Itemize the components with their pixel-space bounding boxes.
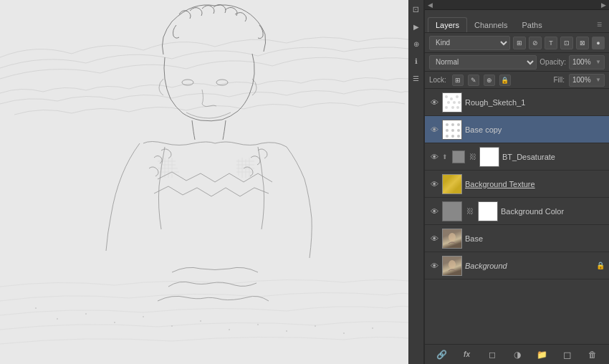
collapse-right-icon[interactable]: ▶ — [601, 1, 606, 9]
filter-icon-4[interactable]: ⊡ — [560, 37, 573, 49]
toolbar-icon-5[interactable]: ☰ — [410, 72, 423, 85]
add-style-btn[interactable]: fx — [460, 348, 474, 362]
new-layer-btn[interactable]: ◻ — [560, 348, 575, 362]
layer-thumb-base-copy — [442, 120, 462, 140]
svg-point-1 — [35, 307, 37, 309]
layer-thumb-base — [442, 229, 462, 249]
lock-image-btn[interactable]: ✎ — [468, 75, 479, 86]
svg-point-26 — [451, 123, 454, 126]
toolbar-icon-3[interactable]: ⊕ — [410, 37, 423, 50]
layers-list: 👁 Rough_Sketch_1 👁 — [425, 89, 609, 344]
svg-point-17 — [450, 97, 453, 100]
eye-icon-bt-desaturate[interactable]: 👁 — [429, 152, 439, 162]
layer-background[interactable]: 👁 Background 🔒 — [425, 252, 609, 279]
opacity-input[interactable]: 100% ▼ — [569, 55, 605, 70]
lock-transparency-btn[interactable]: ⊞ — [452, 75, 464, 86]
filter-toggle[interactable]: ● — [592, 37, 605, 49]
fill-chevron: ▼ — [595, 77, 601, 83]
layer-base-copy[interactable]: 👁 Base copy — [425, 116, 609, 143]
kind-select[interactable]: Kind Name Effect Mode Attribute — [429, 36, 510, 50]
panel-menu-icon[interactable]: ≡ — [593, 16, 606, 32]
layer-bt-desaturate[interactable]: 👁 ⬆ ⛓ BT_Desaturate — [425, 143, 609, 171]
new-group-btn[interactable]: 📁 — [535, 348, 550, 362]
svg-point-23 — [451, 106, 454, 109]
opacity-value: 100% — [572, 58, 591, 66]
svg-point-10 — [286, 330, 287, 332]
svg-point-8 — [229, 329, 230, 330]
opacity-chevron: ▼ — [595, 59, 601, 65]
lock-all-btn[interactable]: 🔒 — [499, 75, 511, 86]
chain-icon-bt: ⛓ — [469, 153, 476, 161]
layer-base[interactable]: 👁 Base — [425, 225, 609, 252]
layer-name-background-color: Background Color — [501, 207, 605, 216]
filter-icon-2[interactable]: ⊘ — [529, 37, 542, 49]
svg-point-35 — [449, 260, 456, 269]
eye-icon-background-color[interactable]: 👁 — [429, 206, 439, 216]
arrow-icon-bt: ⬆ — [442, 153, 448, 161]
tabs-row: Layers Channels Paths ≡ — [425, 10, 609, 33]
layer-name-bt-desaturate: BT_Desaturate — [502, 153, 605, 161]
svg-point-33 — [457, 135, 460, 138]
layer-thumb-rough-sketch — [442, 92, 462, 112]
filter-icon-5[interactable]: ⊠ — [576, 37, 589, 49]
collapse-left-icon[interactable]: ◀ — [428, 1, 433, 9]
toolbar-icon-2[interactable]: ▶ — [410, 20, 423, 33]
svg-point-22 — [445, 106, 448, 109]
panel-top-bar: ◀ ▶ — [425, 0, 609, 10]
svg-point-30 — [457, 129, 460, 132]
tab-paths[interactable]: Paths — [515, 18, 550, 32]
toolbar-icon-1[interactable]: ⚀ — [410, 3, 423, 16]
layer-name-background-texture: Background Texture — [465, 180, 605, 188]
tab-layers[interactable]: Layers — [428, 17, 467, 32]
eye-icon-base[interactable]: 👁 — [429, 234, 439, 244]
filter-icon-1[interactable]: ⊞ — [513, 37, 526, 49]
eye-icon-background[interactable]: 👁 — [429, 261, 439, 271]
layer-name-base-copy: Base copy — [465, 125, 605, 134]
tab-channels[interactable]: Channels — [467, 18, 514, 32]
eye-icon-base-copy[interactable]: 👁 — [429, 125, 439, 135]
svg-point-5 — [143, 316, 144, 317]
svg-point-13 — [372, 327, 373, 329]
eye-icon-background-texture[interactable]: 👁 — [429, 179, 439, 189]
svg-point-31 — [446, 135, 449, 138]
eye-icon-rough-sketch[interactable]: 👁 — [429, 97, 439, 107]
svg-point-19 — [447, 101, 450, 104]
lock-position-btn[interactable]: ⊕ — [484, 75, 495, 86]
chain-icon-background: ⛓ — [466, 207, 474, 215]
mode-row: Normal Multiply Screen Overlay Dissolve … — [425, 53, 609, 72]
layer-thumb-background-texture — [442, 174, 462, 194]
new-fill-adj-btn[interactable]: ◑ — [510, 348, 524, 362]
svg-point-12 — [343, 332, 345, 334]
add-mask-btn[interactable]: ◻ — [485, 348, 499, 362]
svg-point-6 — [171, 325, 173, 327]
svg-point-2 — [57, 318, 58, 320]
fill-label: Fill: — [553, 76, 565, 84]
right-panel: ◀ ▶ Layers Channels Paths ≡ Kind Name Ef… — [424, 0, 609, 364]
layer-background-texture[interactable]: 👁 Background Texture — [425, 171, 609, 198]
link-layers-btn[interactable]: 🔗 — [435, 348, 449, 362]
svg-point-27 — [457, 123, 460, 126]
svg-point-18 — [456, 95, 459, 98]
filter-row: Kind Name Effect Mode Attribute ⊞ ⊘ T ⊡ … — [425, 33, 609, 53]
layer-thumb-background-color-left — [442, 201, 462, 221]
svg-point-16 — [445, 95, 448, 98]
blend-mode-select[interactable]: Normal Multiply Screen Overlay Dissolve — [429, 55, 537, 70]
toolbar-icon-4[interactable]: ℹ — [410, 54, 423, 67]
layer-background-color[interactable]: 👁 ⛓ Background Color — [425, 198, 609, 225]
sketch-image — [0, 0, 408, 364]
filter-icon-3[interactable]: T — [545, 37, 557, 49]
layer-thumb-background-color-right — [478, 201, 498, 221]
svg-point-25 — [446, 123, 449, 126]
svg-point-21 — [458, 101, 461, 104]
opacity-label: Opacity: — [540, 58, 566, 66]
svg-point-28 — [446, 129, 449, 132]
lock-label: Lock: — [429, 76, 446, 84]
svg-point-24 — [456, 106, 459, 109]
fill-value: 100% — [572, 76, 591, 84]
left-toolbar: ⚀ ▶ ⊕ ℹ ☰ — [408, 0, 424, 364]
delete-layer-btn[interactable]: 🗑 — [585, 348, 600, 362]
fill-input[interactable]: 100% ▼ — [569, 74, 605, 87]
layer-thumb-background — [442, 256, 462, 276]
layer-rough-sketch[interactable]: 👁 Rough_Sketch_1 — [425, 89, 609, 116]
bottom-toolbar: 🔗 fx ◻ ◑ 📁 ◻ 🗑 — [425, 344, 609, 364]
